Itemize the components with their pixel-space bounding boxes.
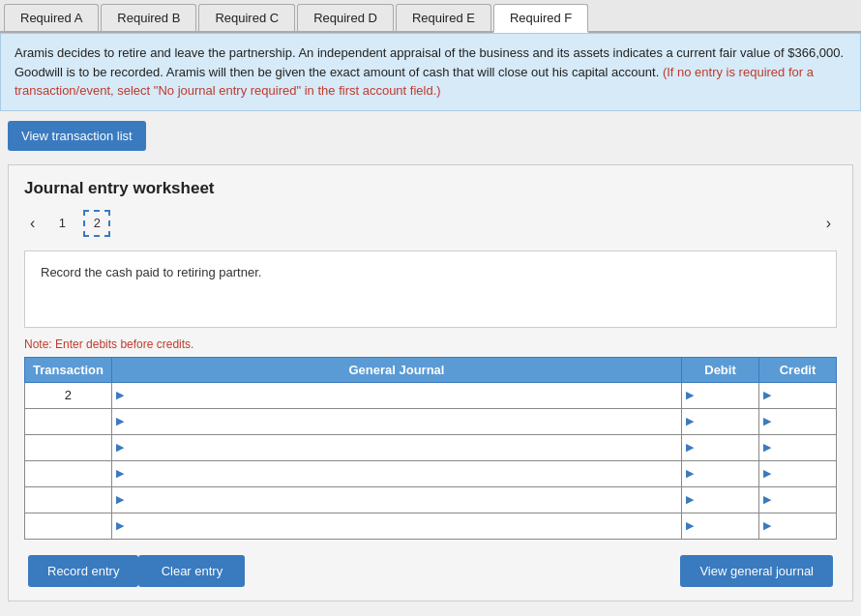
journal-cell-3[interactable]: ▶ (111, 460, 681, 486)
debit-cell-3[interactable]: ▶ (682, 460, 759, 486)
table-row: ▶▶▶ (25, 408, 837, 434)
tab-bar: Required A Required B Required C Require… (0, 0, 861, 33)
col-header-debit: Debit (682, 357, 759, 382)
tab-required-a[interactable]: Required A (4, 4, 99, 31)
journal-cell-2[interactable]: ▶ (111, 434, 681, 460)
tab-required-c[interactable]: Required C (198, 4, 295, 31)
page-2[interactable]: 2 (83, 210, 110, 237)
worksheet-title: Journal entry worksheet (24, 179, 837, 198)
worksheet-container: Journal entry worksheet ‹ 1 2 › Record t… (8, 164, 853, 601)
pagination: ‹ 1 2 › (24, 210, 837, 237)
page-1[interactable]: 1 (48, 210, 75, 237)
col-header-credit: Credit (759, 357, 837, 382)
debit-cell-4[interactable]: ▶ (682, 486, 759, 513)
transaction-cell-3 (25, 460, 112, 486)
view-transaction-area: View transaction list (0, 111, 861, 161)
clear-entry-button[interactable]: Clear entry (138, 555, 245, 587)
credit-cell-0[interactable]: ▶ (759, 382, 837, 408)
tab-required-b[interactable]: Required B (101, 4, 196, 31)
journal-cell-4[interactable]: ▶ (111, 486, 681, 513)
transaction-cell-4 (25, 486, 112, 513)
journal-cell-1[interactable]: ▶ (111, 408, 681, 434)
transaction-cell-2 (25, 434, 112, 460)
view-general-journal-button[interactable]: View general journal (680, 555, 833, 587)
table-row: ▶▶▶ (25, 434, 837, 460)
table-row: ▶▶▶ (25, 513, 837, 539)
debit-cell-1[interactable]: ▶ (682, 408, 759, 434)
table-row: 2▶▶▶ (25, 382, 837, 408)
journal-cell-0[interactable]: ▶ (111, 382, 681, 408)
table-row: ▶▶▶ (25, 460, 837, 486)
credit-cell-4[interactable]: ▶ (759, 486, 837, 513)
info-box: Aramis decides to retire and leave the p… (0, 33, 861, 111)
view-transaction-button[interactable]: View transaction list (8, 121, 146, 151)
tab-required-d[interactable]: Required D (297, 4, 394, 31)
note-text: Note: Enter debits before credits. (24, 337, 837, 351)
debit-cell-5[interactable]: ▶ (682, 513, 759, 539)
record-description: Record the cash paid to retiring partner… (24, 250, 837, 328)
debit-cell-0[interactable]: ▶ (682, 382, 759, 408)
transaction-cell-1 (25, 408, 112, 434)
credit-cell-2[interactable]: ▶ (759, 434, 837, 460)
col-header-transaction: Transaction (25, 357, 112, 382)
credit-cell-1[interactable]: ▶ (759, 408, 837, 434)
table-row: ▶▶▶ (25, 486, 837, 513)
tab-required-f[interactable]: Required F (493, 4, 588, 33)
transaction-cell-5 (25, 513, 112, 539)
buttons-row: Record entry Clear entry View general jo… (24, 555, 837, 587)
credit-cell-5[interactable]: ▶ (759, 513, 837, 539)
credit-cell-3[interactable]: ▶ (759, 460, 837, 486)
next-page-button[interactable]: › (820, 213, 837, 234)
tab-required-e[interactable]: Required E (396, 4, 491, 31)
transaction-cell-0: 2 (25, 382, 112, 408)
record-entry-button[interactable]: Record entry (28, 555, 138, 587)
journal-cell-5[interactable]: ▶ (111, 513, 681, 539)
col-header-general-journal: General Journal (111, 357, 681, 382)
debit-cell-2[interactable]: ▶ (682, 434, 759, 460)
prev-page-button[interactable]: ‹ (24, 213, 41, 234)
journal-table: Transaction General Journal Debit Credit… (24, 357, 837, 540)
